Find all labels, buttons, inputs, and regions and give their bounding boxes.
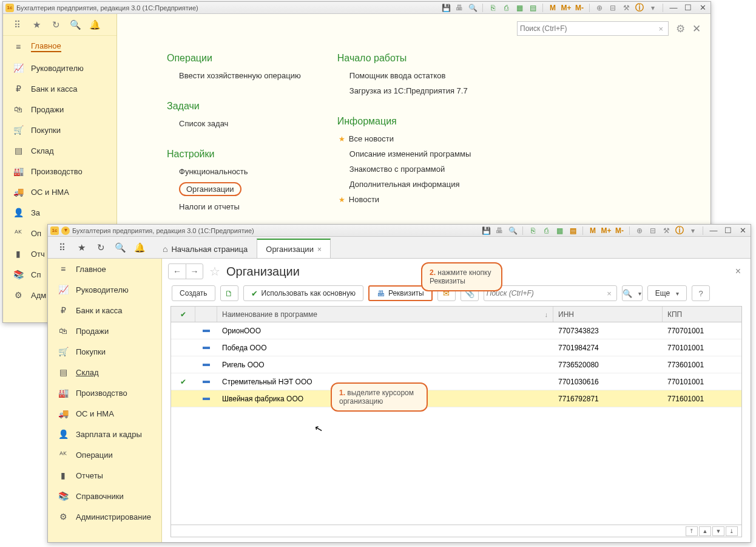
start-link-Загрузка из 1С:Предприятия 7.7[interactable]: Загрузка из 1С:Предприятия 7.7 [349, 86, 471, 95]
zoom-in-icon[interactable]: ⊕ [635, 226, 644, 236]
calc-icon[interactable]: ▦ [515, 3, 524, 13]
mem-icon[interactable]: M [588, 226, 598, 236]
sidebar-item-Банк и касса[interactable]: ₽ Банк и касса [48, 300, 161, 321]
apps-icon[interactable]: ⠿ [12, 19, 22, 30]
zoom-out-icon[interactable]: ⊟ [608, 3, 618, 13]
col-check[interactable]: ✔ [171, 307, 195, 322]
history-icon[interactable]: ↻ [95, 242, 106, 253]
tab-close-icon[interactable]: × [317, 245, 322, 254]
clear-icon[interactable]: × [656, 24, 666, 33]
table-row[interactable]: ✔ Стремительный НЭТ ООО 7701030616 77010… [171, 373, 741, 390]
col-name[interactable]: Наименование в программе↓ [217, 307, 553, 322]
start-link-Описание изменений программы[interactable]: Описание изменений программы [349, 149, 471, 158]
close-page-icon[interactable]: ✕ [692, 22, 701, 35]
sidebar-item-Администрирование[interactable]: ⚙ Администрирование [48, 506, 161, 527]
save-icon[interactable]: 💾 [481, 226, 491, 236]
apps-icon[interactable]: ⠿ [56, 242, 67, 253]
mem-minus-icon[interactable]: M- [615, 226, 624, 236]
start-link-Все новости[interactable]: Все новости [349, 134, 471, 143]
calendar-icon[interactable]: ▤ [568, 226, 578, 236]
sidebar-item-За[interactable]: 👤 За [3, 202, 116, 223]
sidebar-item-Справочники[interactable]: 📚 Справочники [48, 486, 161, 506]
grid-bottom-button[interactable]: ⤓ [726, 526, 738, 536]
sidebar-item-Продажи[interactable]: 🛍 Продажи [48, 321, 161, 341]
sidebar-item-Главное[interactable]: ≡ Главное [3, 36, 116, 58]
search-icon[interactable]: 🔍 [115, 242, 126, 253]
star-icon[interactable]: ★ [76, 242, 87, 253]
nav-fwd-button[interactable]: → [186, 264, 203, 279]
info-icon[interactable]: ⓘ [675, 226, 684, 236]
toolbar-search[interactable]: × [484, 285, 617, 301]
maximize-button[interactable]: ☐ [683, 3, 694, 13]
sidebar-item-ОС и НМА[interactable]: 🚚 ОС и НМА [3, 182, 116, 202]
mem-minus-icon[interactable]: M- [575, 3, 584, 13]
star-icon[interactable]: ★ [31, 19, 42, 30]
start-link-Ввести хозяйственную операцию[interactable]: Ввести хозяйственную операцию [179, 71, 301, 80]
start-link-Новости[interactable]: Новости [349, 195, 471, 204]
mem-plus-icon[interactable]: M+ [561, 3, 571, 13]
sidebar-item-Главное[interactable]: ≡ Главное [48, 259, 161, 279]
dropdown-icon[interactable]: ▾ [648, 3, 658, 13]
sidebar-item-Банк и касса[interactable]: ₽ Банк и касса [3, 78, 116, 99]
zoom-in-icon[interactable]: ⊕ [595, 3, 604, 13]
gear-icon[interactable]: ⚙ [676, 22, 685, 35]
start-link-Функциональность[interactable]: Функциональность [179, 167, 301, 176]
bell-icon[interactable]: 🔔 [89, 19, 100, 30]
start-search-input[interactable] [520, 24, 656, 33]
table-row[interactable]: Ригель ООО 7736520080 773601001 [171, 356, 741, 373]
more-button[interactable]: Еще [647, 285, 687, 301]
nav-back-button[interactable]: ← [169, 264, 186, 279]
start-link-Знакомство с программой[interactable]: Знакомство с программой [349, 165, 471, 174]
sidebar-item-Руководителю[interactable]: 📈 Руководителю [48, 279, 161, 300]
zoom-out-icon[interactable]: ⊟ [648, 226, 658, 236]
grid-down-button[interactable]: ▼ [712, 526, 724, 536]
col-inn[interactable]: ИНН [553, 307, 663, 322]
start-link-Помощник ввода остатков[interactable]: Помощник ввода остатков [349, 71, 471, 80]
sidebar-item-Производство[interactable]: 🏭 Производство [3, 161, 116, 182]
tool-icon[interactable]: ⚒ [661, 226, 671, 236]
bell-icon[interactable]: 🔔 [134, 242, 145, 253]
copy-button[interactable]: 🗋 [220, 285, 238, 301]
sidebar-item-Зарплата и кадры[interactable]: 👤 Зарплата и кадры [48, 424, 161, 444]
compare-icon[interactable]: ⎙ [501, 3, 511, 13]
use-main-button[interactable]: ✔Использовать как основную [243, 285, 363, 301]
table-row[interactable]: Победа ООО 7701984274 770101001 [171, 339, 741, 356]
grid-top-button[interactable]: ⤒ [686, 526, 698, 536]
tool-icon[interactable]: ⚒ [621, 3, 631, 13]
help-button[interactable]: ? [692, 285, 710, 301]
sidebar-item-Продажи[interactable]: 🛍 Продажи [3, 99, 116, 120]
grid-up-button[interactable]: ▲ [699, 526, 711, 536]
col-kpp[interactable]: КПП [663, 307, 741, 322]
calc-icon[interactable]: ▦ [555, 226, 564, 236]
sidebar-item-Склад[interactable]: ▤ Склад [48, 362, 161, 382]
sidebar-item-Производство[interactable]: 🏭 Производство [48, 382, 161, 403]
clear-icon[interactable]: × [604, 289, 614, 298]
toolbar-search-input[interactable] [487, 289, 604, 297]
sidebar-item-Операции[interactable]: ᴬᴷ Операции [48, 444, 161, 465]
search-icon[interactable]: 🔍 [70, 19, 81, 30]
print-icon[interactable]: 🖶 [494, 226, 504, 236]
start-link-Организации[interactable]: Организации [179, 182, 301, 196]
create-button[interactable]: Создать [172, 285, 215, 301]
start-link-Список задач[interactable]: Список задач [179, 119, 301, 128]
preview-icon[interactable]: 🔍 [508, 226, 518, 236]
doc-icon[interactable]: ⎘ [488, 3, 498, 13]
mem-icon[interactable]: M [548, 3, 558, 13]
close-page-button[interactable]: × [735, 266, 741, 277]
sidebar-item-Склад[interactable]: ▤ Склад [3, 140, 116, 161]
sidebar-item-Покупки[interactable]: 🛒 Покупки [3, 120, 116, 140]
start-search-box[interactable]: × [517, 21, 669, 36]
table-row[interactable]: ОрионООО 7707343823 770701001 [171, 322, 741, 339]
tab-home[interactable]: ⌂ Начальная страница [154, 239, 257, 258]
close-button[interactable]: ✕ [697, 3, 708, 13]
app-menu-icon[interactable]: ▾ [61, 226, 70, 235]
info-icon[interactable]: ⓘ [635, 3, 644, 13]
doc-icon[interactable]: ⎘ [528, 226, 538, 236]
sidebar-item-Отчеты[interactable]: ▮ Отчеты [48, 465, 161, 486]
start-link-Налоги и отчеты[interactable]: Налоги и отчеты [179, 202, 301, 211]
minimize-button[interactable]: — [708, 226, 719, 236]
mem-plus-icon[interactable]: M+ [601, 226, 611, 236]
maximize-button[interactable]: ☐ [723, 226, 734, 236]
sidebar-item-Покупки[interactable]: 🛒 Покупки [48, 341, 161, 362]
compare-icon[interactable]: ⎙ [541, 226, 551, 236]
